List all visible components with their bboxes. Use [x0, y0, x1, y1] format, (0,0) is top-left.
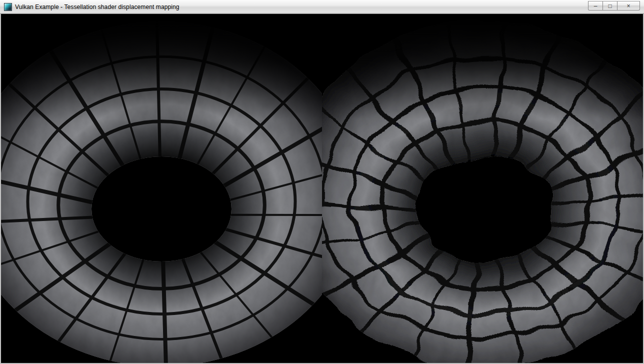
- minimize-button[interactable]: –: [588, 1, 603, 10]
- maximize-button[interactable]: □: [602, 1, 618, 10]
- app-icon[interactable]: [4, 3, 12, 11]
- top-fade: [1, 14, 643, 119]
- window-controls: – □ ×: [588, 1, 640, 10]
- render-scene: [1, 14, 643, 363]
- app-window: Vulkan Example - Tessellation shader dis…: [0, 0, 644, 364]
- render-viewport[interactable]: [0, 14, 644, 364]
- close-icon: ×: [626, 3, 630, 9]
- close-button[interactable]: ×: [617, 1, 640, 10]
- window-title: Vulkan Example - Tessellation shader dis…: [15, 4, 180, 10]
- maximize-icon: □: [608, 3, 612, 9]
- minimize-icon: –: [594, 3, 598, 9]
- titlebar[interactable]: Vulkan Example - Tessellation shader dis…: [0, 0, 644, 14]
